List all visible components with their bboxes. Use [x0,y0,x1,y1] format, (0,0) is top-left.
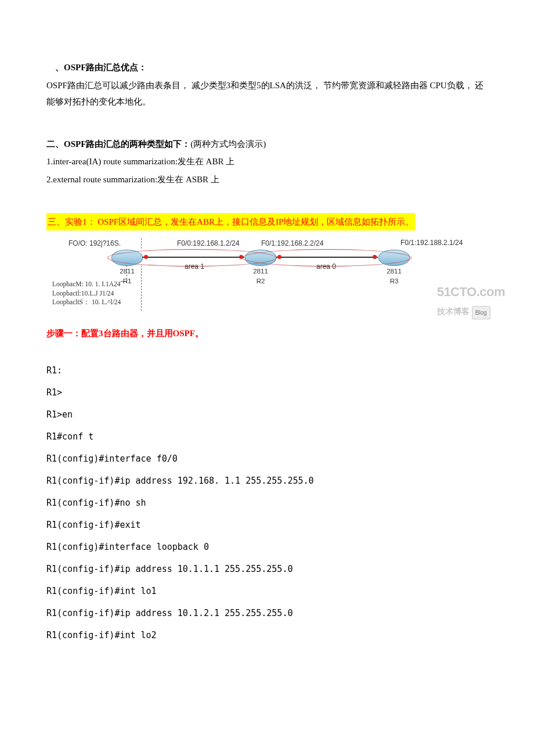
loopback-list: LoopbacM: 10. 1. I.1A24˝ˇ Loopbactl:10.L… [52,280,125,307]
dash-line [127,265,128,283]
r1-f00-label: FO/O: 192j?16S. [68,237,121,250]
cli-line: R1(config-if)#ip address 10.1.1.1 255.25… [46,560,488,578]
section2-item2: 2.external route summarization:发生在 ASBR … [46,171,488,188]
dash-line [141,238,142,249]
dash-line [141,265,142,311]
cli-line: R1> [46,384,488,401]
cli-line: R1(config)#interface loopback 0 [46,538,488,556]
section2-note: (两种方式均会演示) [190,139,266,149]
r2-model: 2811 [245,267,276,276]
cli-line: R1(config-if)#ip address 192.168. 1.1 25… [46,472,488,489]
watermark-small: 技术博客 [437,307,470,316]
cli-line: R1(config-if)#no sh [46,494,488,512]
cli-line: R1(config-if)#int lo1 [46,582,488,600]
section3-heading-text: 三、实验1： OSPF区域间汇总，发生在ABR上，接口信息及IP地址规划，区域信… [46,213,415,231]
blog-badge: Blog [472,306,490,319]
watermark: 51CTO.com 技术博客Blog [437,280,505,319]
r2-name: R2 [245,277,276,286]
r3-f01-label: F0/1:192.188.2.1/24 [400,236,463,250]
r2-f01-label: F0/1:192.168.2.2/24 [261,237,323,250]
step1-title: 步骤一：配置3台路由器，并且用OSPF。 [46,325,488,342]
cli-r1-label: R1: [46,362,488,379]
cli-line: R1(config-if)#int lo2 [46,627,488,644]
r3-name: R3 [378,277,410,286]
section2-item1: 1.inter-area(IA) route summarization:发生在… [46,153,488,170]
cli-line: R1>en [46,406,488,423]
area1-label: area 1 [185,260,204,273]
section2-heading-text: 二、OSPF路由汇总的两种类型如下： [46,139,190,149]
section1-heading-text: 、OSPF路由汇总优点： [55,63,147,72]
r3-model: 2811 [378,267,410,276]
loopback2: LoopbacltS： 10. L.^l/24 [52,298,125,307]
cli-line: R1(config-if)#exit [46,516,488,534]
cli-line: R1(config-if)#ip address 10.1.2.1 255.25… [46,604,488,622]
section1-body: OSPF路由汇总可以减少路由表条目， 减少类型3和类型5的LSA的洪泛， 节约带… [46,77,488,110]
area0-label: area 0 [316,260,336,273]
cli-line: R1#conf t [46,428,488,445]
section1-heading: 、OSPF路由汇总优点： [46,59,488,76]
loopback1: Loopbactl:10.L.J J1/24 [52,289,125,298]
cli-line: R1(config)#interface f0/0 [46,450,488,467]
loopback0: LoopbacM: 10. 1. I.1A24˝ˇ [52,280,125,289]
topology-diagram: FO/O: 192j?16S. F0/0:192.168.1.2/24 F0/1… [52,233,502,321]
section2-heading: 二、OSPF路由汇总的两种类型如下：(两种方式均会演示) [46,136,488,153]
r2-f00-label: F0/0:192.168.1.2/24 [177,237,239,250]
section3-heading: 三、实验1： OSPF区域间汇总，发生在ABR上，接口信息及IP地址规划，区域信… [46,213,488,231]
watermark-big: 51CTO.com [437,280,505,304]
